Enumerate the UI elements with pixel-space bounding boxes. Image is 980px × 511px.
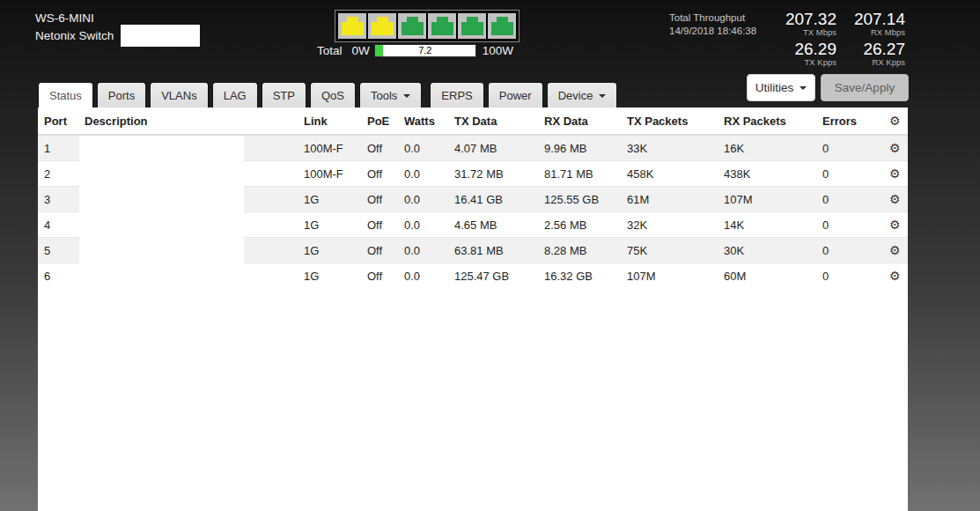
cell-rx_data: 8.28 MB <box>538 238 621 263</box>
column-header-watts: Watts <box>398 107 448 135</box>
cell-watts: 0.0 <box>398 238 448 263</box>
tab-ports[interactable]: Ports <box>97 82 146 108</box>
utilities-button-label: Utilities <box>755 81 794 94</box>
cell-rx_packets: 107M <box>718 187 816 212</box>
tab-device[interactable]: Device <box>547 82 618 108</box>
port-led-6 <box>488 13 516 39</box>
cell-errors: 0 <box>816 135 883 161</box>
rj45-port-icon <box>461 17 483 35</box>
cell-errors: 0 <box>816 161 883 187</box>
cell-poe: Off <box>361 135 398 161</box>
column-header-description: Description <box>78 107 298 135</box>
column-header-poe: PoE <box>361 107 398 135</box>
cell-errors: 0 <box>816 238 883 263</box>
cell-tx_data: 31.72 MB <box>448 161 538 187</box>
table-settings-gear-icon[interactable]: ⚙ <box>889 114 901 128</box>
cell-rx_packets: 16K <box>718 135 816 161</box>
tab-vlans[interactable]: VLANs <box>150 82 208 108</box>
cell-errors: 0 <box>816 263 883 289</box>
cell-rx_packets: 60M <box>718 263 816 289</box>
chevron-down-icon <box>799 86 807 90</box>
row-gear-icon[interactable]: ⚙ <box>889 243 901 257</box>
chevron-down-icon <box>599 94 606 98</box>
rj45-port-icon <box>491 17 513 35</box>
port-led-1 <box>338 13 366 39</box>
cell-errors: 0 <box>816 212 883 238</box>
column-header-errors: Errors <box>816 107 883 135</box>
save-apply-button[interactable]: Save/Apply <box>821 74 909 101</box>
cell-tx_data: 4.07 MB <box>448 135 538 161</box>
row-gear-icon[interactable]: ⚙ <box>889 218 901 232</box>
cell-port: 6 <box>38 263 78 289</box>
cell-link: 1G <box>298 187 361 212</box>
stat-value: 26.27 <box>836 40 905 58</box>
column-header-link: Link <box>298 107 361 135</box>
cell-poe: Off <box>361 187 398 212</box>
cell-port: 3 <box>38 187 78 212</box>
stat-tx-kpps: 26.29TX Kpps <box>768 40 836 67</box>
throughput-block: Total Throughput 14/9/2018 18:46:38 <box>669 11 756 38</box>
tab-erps[interactable]: ERPS <box>430 82 483 108</box>
cell-port: 2 <box>38 161 78 187</box>
cell-poe: Off <box>361 161 398 187</box>
stat-tx-mbps: 207.32TX Mbps <box>768 10 836 37</box>
cell-rx_data: 125.55 GB <box>538 187 621 212</box>
cell-tx_packets: 107M <box>621 263 718 289</box>
cell-errors: 0 <box>816 187 883 212</box>
stat-label: TX Mbps <box>768 28 836 37</box>
throughput-title: Total Throughput <box>669 11 756 25</box>
tab-label: Status <box>49 89 82 102</box>
cell-poe: Off <box>361 212 398 238</box>
power-min-label: 0W <box>352 44 370 57</box>
cell-tx_data: 4.65 MB <box>448 212 538 238</box>
cell-rx_data: 16.32 GB <box>538 263 621 289</box>
cell-poe: Off <box>361 263 398 289</box>
column-header-rx_data: RX Data <box>538 107 621 135</box>
utilities-button[interactable]: Utilities <box>747 74 815 101</box>
device-model: WS-6-MINI <box>35 10 114 27</box>
description-redacted-area <box>79 136 244 282</box>
cell-tx_packets: 32K <box>621 212 718 238</box>
cell-port: 5 <box>38 238 78 263</box>
row-gear-icon[interactable]: ⚙ <box>889 167 901 181</box>
cell-watts: 0.0 <box>398 263 448 289</box>
stat-label: RX Mbps <box>836 28 905 37</box>
poe-power-summary: Total 0W 7.2 100W <box>317 44 513 57</box>
row-gear-icon[interactable]: ⚙ <box>889 269 901 283</box>
tab-lag[interactable]: LAG <box>212 82 258 108</box>
tab-tools[interactable]: Tools <box>359 82 422 108</box>
column-header-rx_packets: RX Packets <box>718 107 816 135</box>
throughput-stats: 207.32TX Mbps207.14RX Mbps26.29TX Kpps26… <box>768 10 905 70</box>
stat-rx-mbps: 207.14RX Mbps <box>836 10 905 37</box>
row-gear-icon[interactable]: ⚙ <box>889 192 901 206</box>
cell-watts: 0.0 <box>398 161 448 187</box>
tab-status[interactable]: Status <box>38 82 93 108</box>
main-tabbar: StatusPortsVLANsLAGSTPQoSToolsERPSPowerD… <box>38 82 625 108</box>
tab-stp[interactable]: STP <box>262 82 306 108</box>
cell-rx_packets: 30K <box>718 238 816 263</box>
cell-rx_data: 2.56 MB <box>538 212 621 238</box>
row-gear-icon[interactable]: ⚙ <box>889 141 901 155</box>
cell-rx_data: 81.71 MB <box>538 161 621 187</box>
rj45-port-icon <box>372 17 394 35</box>
stat-rx-kpps: 26.27RX Kpps <box>836 40 905 67</box>
column-header-port: Port <box>38 107 78 135</box>
column-header-tx_data: TX Data <box>448 107 538 135</box>
stat-value: 26.29 <box>768 40 836 58</box>
brand-block: WS-6-MINI Netonix Switch <box>35 10 114 45</box>
cell-link: 1G <box>298 212 361 238</box>
cell-tx_packets: 33K <box>621 135 718 161</box>
tab-power[interactable]: Power <box>488 82 543 108</box>
port-led-2 <box>368 13 396 39</box>
tab-label: Tools <box>371 89 397 102</box>
tab-qos[interactable]: QoS <box>310 82 356 108</box>
port-led-3 <box>398 13 426 39</box>
stat-value: 207.32 <box>768 10 836 28</box>
power-max-label: 100W <box>483 44 513 57</box>
cell-rx_packets: 14K <box>718 212 816 238</box>
power-usage-bar: 7.2 <box>374 44 476 57</box>
tab-label: QoS <box>321 89 344 102</box>
power-total-label: Total <box>317 44 343 57</box>
save-apply-button-label: Save/Apply <box>835 81 895 94</box>
tab-label: ERPS <box>441 89 472 102</box>
